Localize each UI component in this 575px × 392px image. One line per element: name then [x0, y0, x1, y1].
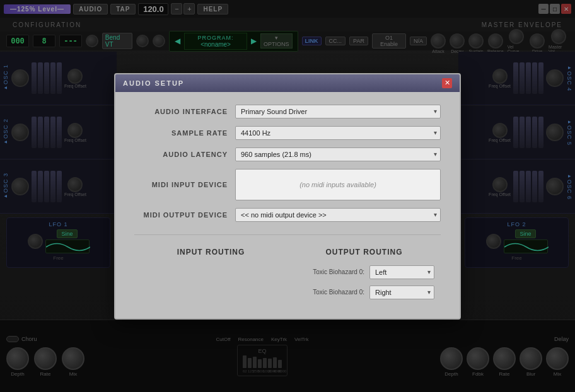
midi-input-row: MIDI INPUT DEVICE (no midi inputs availa…	[134, 169, 441, 200]
routing-section: INPUT ROUTING OUTPUT ROUTING Toxic Bioha…	[134, 248, 441, 306]
audio-latency-row: AUDIO LATENCY 960 samples (21.8 ms) 480 …	[134, 147, 441, 161]
sample-rate-select[interactable]: 44100 Hz 48000 Hz 96000 Hz	[235, 126, 441, 140]
sample-rate-label: SAMPLE RATE	[134, 129, 235, 137]
midi-input-box: (no midi inputs available)	[235, 169, 441, 200]
output-routing-select-2[interactable]: Left Right None	[369, 285, 434, 299]
sample-rate-row: SAMPLE RATE 44100 Hz 48000 Hz 96000 Hz ▾	[134, 126, 441, 140]
output-routing-section: OUTPUT ROUTING Toxic Biohazard 0: Left R…	[288, 248, 441, 306]
midi-input-label: MIDI INPUT DEVICE	[134, 181, 235, 188]
output-routing-label-1: Toxic Biohazard 0:	[294, 268, 369, 275]
audio-setup-dialog: AUDIO SETUP ✕ AUDIO INTERFACE Primary So…	[114, 73, 461, 320]
modal-header: AUDIO SETUP ✕	[115, 74, 460, 92]
output-routing-select-1[interactable]: Left Right None	[369, 265, 434, 279]
input-routing-title: INPUT ROUTING	[141, 248, 281, 257]
audio-latency-select[interactable]: 960 samples (21.8 ms) 480 samples 240 sa…	[235, 147, 441, 161]
midi-output-label: MIDI OUTPUT DEVICE	[134, 211, 235, 219]
modal-title: AUDIO SETUP	[123, 79, 184, 87]
modal-close-button[interactable]: ✕	[442, 78, 452, 88]
output-routing-row-2: Toxic Biohazard 0: Left Right None ▾	[294, 285, 434, 299]
output-routing-select-wrapper-1: Left Right None ▾	[369, 265, 434, 279]
routing-divider	[134, 234, 441, 235]
modal-overlay: AUDIO SETUP ✕ AUDIO INTERFACE Primary So…	[0, 0, 575, 392]
output-routing-select-wrapper-2: Left Right None ▾	[369, 285, 434, 299]
audio-interface-label: AUDIO INTERFACE	[134, 108, 235, 115]
audio-interface-select[interactable]: Primary Sound Driver ASIO Driver DirectS…	[235, 105, 441, 118]
modal-body: AUDIO INTERFACE Primary Sound Driver ASI…	[115, 92, 460, 318]
midi-output-select-wrapper: << no midi output device >> ▾	[235, 208, 441, 222]
output-routing-label-2: Toxic Biohazard 0:	[294, 289, 369, 296]
midi-output-row: MIDI OUTPUT DEVICE << no midi output dev…	[134, 208, 441, 222]
output-routing-title: OUTPUT ROUTING	[294, 248, 434, 257]
audio-interface-row: AUDIO INTERFACE Primary Sound Driver ASI…	[134, 105, 441, 118]
audio-latency-select-wrapper: 960 samples (21.8 ms) 480 samples 240 sa…	[235, 147, 441, 161]
audio-interface-select-wrapper: Primary Sound Driver ASIO Driver DirectS…	[235, 105, 441, 118]
midi-output-select[interactable]: << no midi output device >>	[235, 208, 441, 222]
midi-input-placeholder: (no midi inputs available)	[299, 181, 376, 188]
input-routing-section: INPUT ROUTING	[134, 248, 288, 306]
output-routing-row-1: Toxic Biohazard 0: Left Right None ▾	[294, 265, 434, 279]
audio-latency-label: AUDIO LATENCY	[134, 151, 235, 158]
sample-rate-select-wrapper: 44100 Hz 48000 Hz 96000 Hz ▾	[235, 126, 441, 140]
